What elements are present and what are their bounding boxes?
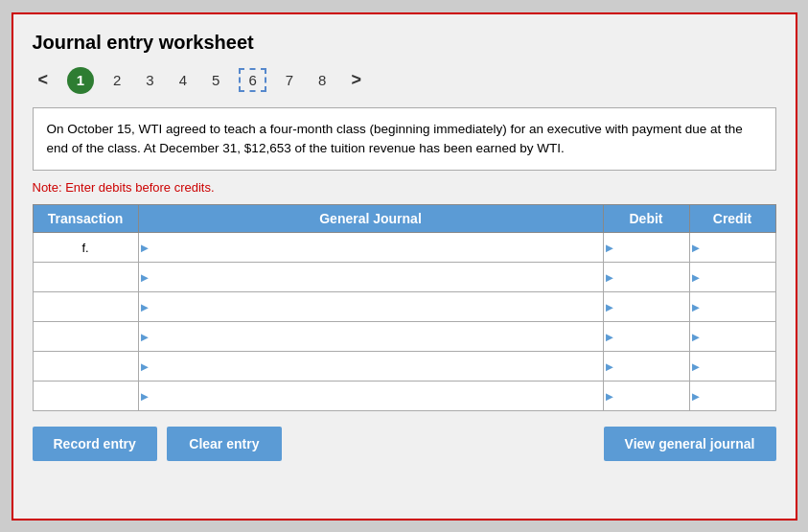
arrow-icon-5: ► xyxy=(139,359,151,374)
arrow-icon-credit-3: ► xyxy=(690,300,703,314)
header-credit: Credit xyxy=(689,205,775,233)
credit-cell-5[interactable]: ► xyxy=(689,352,775,382)
general-journal-input-1[interactable] xyxy=(152,233,602,262)
arrow-icon-1: ► xyxy=(139,241,151,255)
page-1-active[interactable]: 1 xyxy=(67,67,94,94)
journal-table: Transaction General Journal Debit Credit… xyxy=(33,204,776,411)
page-8[interactable]: 8 xyxy=(312,70,332,90)
description-box: On October 15, WTI agreed to teach a fou… xyxy=(33,107,776,172)
general-journal-cell-6[interactable]: ► xyxy=(138,382,603,411)
transaction-cell-1: f. xyxy=(33,233,138,263)
arrow-icon-credit-1: ► xyxy=(690,241,703,255)
next-page-button[interactable]: > xyxy=(345,68,367,92)
debit-input-3[interactable] xyxy=(617,292,688,321)
credit-cell-6[interactable]: ► xyxy=(689,382,775,411)
page-6[interactable]: 6 xyxy=(239,68,265,92)
clear-entry-button[interactable]: Clear entry xyxy=(167,427,282,461)
arrow-icon-debit-1: ► xyxy=(604,241,616,255)
arrow-icon-3: ► xyxy=(139,300,151,314)
main-container: Journal entry worksheet < 1 2 3 4 5 6 7 … xyxy=(12,12,797,520)
arrow-icon-debit-6: ► xyxy=(604,389,616,404)
transaction-cell-6 xyxy=(33,382,138,411)
transaction-cell-5 xyxy=(33,352,138,382)
general-journal-input-5[interactable] xyxy=(152,352,602,381)
arrow-icon-2: ► xyxy=(139,270,151,285)
page-5[interactable]: 5 xyxy=(206,70,225,90)
credit-cell-4[interactable]: ► xyxy=(689,322,775,352)
arrow-icon-debit-2: ► xyxy=(604,270,616,285)
debit-cell-5[interactable]: ► xyxy=(603,352,689,382)
transaction-cell-4 xyxy=(33,322,138,352)
debit-input-6[interactable] xyxy=(617,382,688,410)
general-journal-cell-2[interactable]: ► xyxy=(138,263,603,292)
credit-input-4[interactable] xyxy=(704,322,774,351)
debit-input-4[interactable] xyxy=(617,322,688,351)
table-row: f. ► ► ► xyxy=(33,233,775,263)
credit-input-3[interactable] xyxy=(704,292,774,321)
header-debit: Debit xyxy=(603,205,689,233)
debit-cell-4[interactable]: ► xyxy=(603,322,689,352)
debit-input-1[interactable] xyxy=(617,233,688,262)
debit-cell-2[interactable]: ► xyxy=(603,263,689,292)
credit-cell-3[interactable]: ► xyxy=(689,292,775,322)
arrow-icon-debit-5: ► xyxy=(604,359,616,374)
transaction-cell-2 xyxy=(33,263,138,292)
table-row: ► ► ► xyxy=(33,382,775,411)
credit-input-1[interactable] xyxy=(704,233,774,262)
arrow-icon-credit-5: ► xyxy=(690,359,703,374)
general-journal-cell-1[interactable]: ► xyxy=(138,233,603,263)
page-title: Journal entry worksheet xyxy=(33,32,776,54)
general-journal-input-6[interactable] xyxy=(152,382,602,410)
buttons-row: Record entry Clear entry View general jo… xyxy=(33,427,776,461)
page-2[interactable]: 2 xyxy=(107,70,127,90)
general-journal-input-4[interactable] xyxy=(152,322,602,351)
table-row: ► ► ► xyxy=(33,292,775,322)
prev-page-button[interactable]: < xyxy=(33,68,55,92)
description-text: On October 15, WTI agreed to teach a fou… xyxy=(47,122,743,155)
debit-cell-6[interactable]: ► xyxy=(603,382,689,411)
general-journal-cell-5[interactable]: ► xyxy=(138,352,603,382)
debit-input-2[interactable] xyxy=(617,263,688,291)
general-journal-cell-3[interactable]: ► xyxy=(138,292,603,322)
credit-input-5[interactable] xyxy=(704,352,774,381)
note-text: Note: Enter debits before credits. xyxy=(33,180,776,195)
arrow-icon-debit-4: ► xyxy=(604,330,616,344)
debit-cell-1[interactable]: ► xyxy=(603,233,689,263)
credit-cell-1[interactable]: ► xyxy=(689,233,775,263)
arrow-icon-credit-4: ► xyxy=(690,330,703,344)
table-row: ► ► ► xyxy=(33,352,775,382)
general-journal-input-3[interactable] xyxy=(152,292,602,321)
header-transaction: Transaction xyxy=(33,205,138,233)
page-4[interactable]: 4 xyxy=(173,70,193,90)
arrow-icon-debit-3: ► xyxy=(604,300,616,314)
record-entry-button[interactable]: Record entry xyxy=(33,427,157,461)
pagination: < 1 2 3 4 5 6 7 8 > xyxy=(33,67,776,94)
header-general-journal: General Journal xyxy=(138,205,603,233)
general-journal-cell-4[interactable]: ► xyxy=(138,322,603,352)
page-3[interactable]: 3 xyxy=(140,70,159,90)
table-row: ► ► ► xyxy=(33,263,775,292)
arrow-icon-6: ► xyxy=(139,389,151,404)
page-7[interactable]: 7 xyxy=(280,70,299,90)
transaction-cell-3 xyxy=(33,292,138,322)
credit-cell-2[interactable]: ► xyxy=(689,263,775,292)
view-general-journal-button[interactable]: View general journal xyxy=(604,427,776,461)
general-journal-input-2[interactable] xyxy=(152,263,602,291)
credit-input-2[interactable] xyxy=(704,263,774,291)
arrow-icon-credit-6: ► xyxy=(690,389,703,404)
table-row: ► ► ► xyxy=(33,322,775,352)
arrow-icon-4: ► xyxy=(139,330,151,344)
credit-input-6[interactable] xyxy=(704,382,774,410)
arrow-icon-credit-2: ► xyxy=(690,270,703,285)
debit-cell-3[interactable]: ► xyxy=(603,292,689,322)
debit-input-5[interactable] xyxy=(617,352,688,381)
